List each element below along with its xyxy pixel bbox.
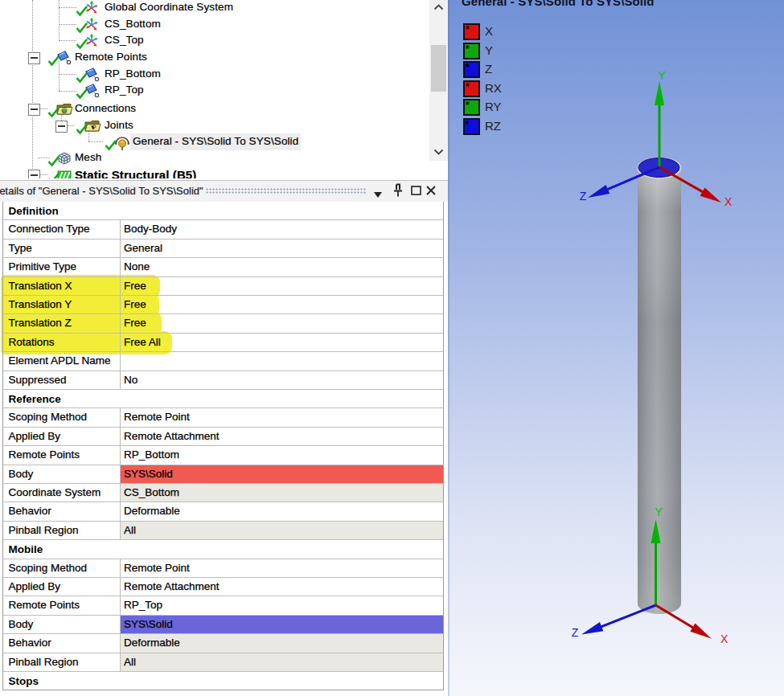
svg-text:X: X	[724, 195, 733, 208]
svg-text:Z: Z	[580, 190, 587, 203]
svg-text:Z: Z	[572, 626, 579, 639]
svg-text:Y: Y	[655, 506, 663, 518]
svg-text:Y: Y	[658, 69, 666, 82]
svg-text:X: X	[720, 633, 729, 645]
